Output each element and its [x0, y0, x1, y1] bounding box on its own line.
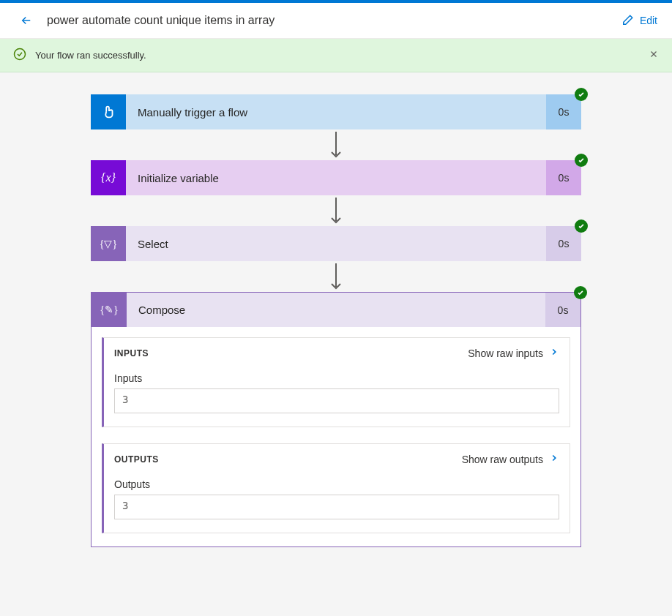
flow-title: power automate count unique items in arr…: [47, 14, 621, 27]
success-banner: Your flow ran successfully.: [0, 39, 672, 72]
compose-details-panel: INPUTS Show raw inputs Inputs 3 OUTPUTS …: [91, 327, 581, 547]
select-icon: {▽}: [91, 226, 126, 261]
step-trigger[interactable]: Manually trigger a flow 0s: [91, 94, 581, 129]
step-init-label: Initialize variable: [126, 160, 546, 195]
outputs-panel-title: OUTPUTS: [114, 454, 159, 465]
success-message: Your flow ran successfully.: [35, 50, 146, 61]
header: power automate count unique items in arr…: [0, 3, 672, 39]
outputs-value: 3: [114, 495, 559, 519]
step-initialize-variable[interactable]: {x} Initialize variable 0s: [91, 160, 581, 195]
back-button[interactable]: [15, 9, 38, 32]
status-success-badge: [575, 154, 588, 167]
inputs-value: 3: [114, 388, 559, 413]
status-success-badge: [575, 219, 588, 233]
inputs-field-label: Inputs: [114, 372, 559, 384]
show-raw-inputs-button[interactable]: Show raw inputs: [468, 347, 559, 359]
close-icon: [649, 49, 659, 59]
outputs-panel: OUTPUTS Show raw outputs Outputs 3: [102, 443, 570, 533]
touch-icon: [100, 104, 116, 120]
step-select[interactable]: {▽} Select 0s: [91, 226, 581, 261]
step-init-time: 0s: [546, 160, 581, 195]
outputs-field-label: Outputs: [114, 478, 559, 490]
step-select-time: 0s: [546, 226, 581, 261]
svg-point-0: [15, 49, 26, 60]
status-success-badge: [574, 286, 587, 299]
inputs-panel-title: INPUTS: [114, 348, 149, 358]
connector-arrow: [329, 129, 343, 160]
pencil-icon: [621, 14, 634, 27]
show-raw-outputs-button[interactable]: Show raw outputs: [462, 453, 559, 465]
chevron-right-icon: [549, 453, 559, 465]
check-icon: [578, 222, 585, 230]
edit-button[interactable]: Edit: [621, 14, 657, 27]
step-compose-label: Compose: [127, 293, 545, 327]
chevron-right-icon: [549, 347, 559, 359]
variable-icon: {x}: [91, 160, 126, 195]
success-icon: [13, 48, 26, 63]
show-raw-outputs-label: Show raw outputs: [462, 454, 543, 465]
connector-arrow: [329, 261, 343, 292]
check-icon: [577, 289, 584, 296]
check-icon: [578, 157, 585, 164]
show-raw-inputs-label: Show raw inputs: [468, 348, 543, 359]
step-compose[interactable]: {✎} Compose 0s: [91, 292, 581, 327]
connector-arrow: [329, 195, 343, 226]
edit-label: Edit: [640, 15, 657, 26]
check-icon: [578, 91, 585, 98]
step-trigger-label: Manually trigger a flow: [126, 94, 546, 129]
compose-icon: {✎}: [92, 293, 127, 327]
inputs-panel: INPUTS Show raw inputs Inputs 3: [102, 337, 570, 427]
step-compose-time: 0s: [545, 293, 580, 327]
step-select-label: Select: [126, 226, 546, 261]
trigger-icon: [91, 94, 126, 129]
step-trigger-time: 0s: [546, 94, 581, 129]
dismiss-banner-button[interactable]: [649, 49, 659, 61]
status-success-badge: [575, 88, 588, 101]
